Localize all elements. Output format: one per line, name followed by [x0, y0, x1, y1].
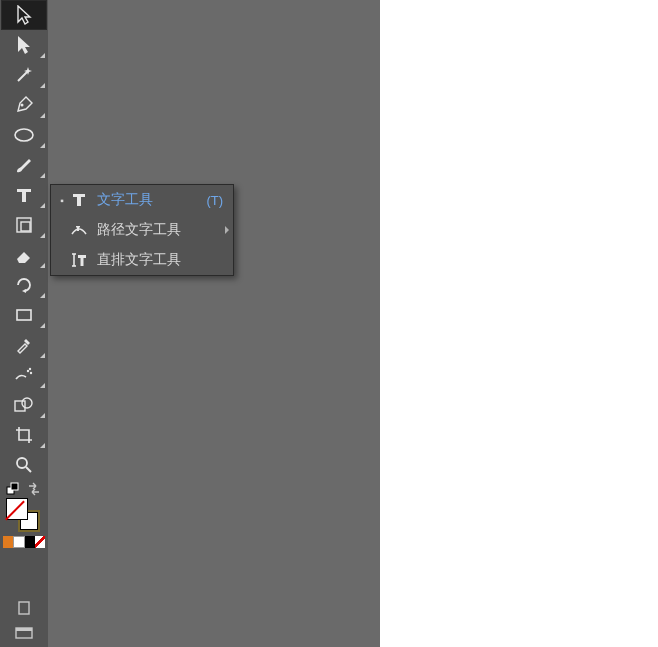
rectangle-tool[interactable] [1, 300, 47, 330]
outside-area [380, 0, 658, 647]
crop-icon [14, 425, 34, 445]
flyout-indicator-icon [40, 353, 45, 358]
ellipse-icon [13, 125, 35, 145]
flyout-item-label: 路径文字工具 [91, 221, 227, 239]
svg-point-10 [17, 458, 27, 468]
paintbrush-icon [14, 155, 34, 175]
flyout-item-vertical-type[interactable]: 直排文字工具 [51, 245, 233, 275]
type-icon [67, 192, 91, 208]
eraser-icon [14, 245, 34, 265]
svg-point-1 [15, 129, 33, 141]
flyout-indicator-icon [40, 83, 45, 88]
svg-rect-15 [16, 628, 32, 631]
direct-selection-icon [15, 35, 33, 55]
svg-rect-3 [21, 222, 30, 231]
eyedropper-icon [14, 335, 34, 355]
magic-wand-tool[interactable] [1, 60, 47, 90]
document-icon [16, 600, 32, 616]
screen-mode-icon [15, 627, 33, 641]
document-button[interactable] [1, 595, 47, 621]
rotate-icon [14, 275, 34, 295]
pen-tool[interactable] [1, 90, 47, 120]
flyout-indicator-icon [40, 173, 45, 178]
crop-tool[interactable] [1, 420, 47, 450]
canvas[interactable] [48, 0, 380, 647]
fill-stroke-swatches[interactable] [4, 498, 44, 532]
flyout-indicator-icon [40, 443, 45, 448]
flyout-item-label: 文字工具 [91, 191, 206, 209]
zoom-tool[interactable] [1, 450, 47, 480]
toolbar [0, 0, 48, 647]
shape-builder-tool[interactable] [1, 390, 47, 420]
artboard-icon [14, 215, 34, 235]
fill-swatch[interactable] [6, 498, 28, 520]
submenu-arrow-icon [225, 226, 229, 234]
type-tool-flyout: ▪ 文字工具 (T) 路径文字工具 [50, 184, 234, 276]
current-marker-icon: ▪ [57, 195, 67, 206]
screen-mode-button[interactable] [1, 621, 47, 647]
type-on-path-icon [67, 222, 91, 238]
flyout-indicator-icon [40, 203, 45, 208]
paintbrush-tool[interactable] [1, 150, 47, 180]
svg-point-0 [21, 104, 24, 107]
flyout-item-type[interactable]: ▪ 文字工具 (T) [51, 185, 233, 215]
type-tool[interactable] [1, 180, 47, 210]
flyout-indicator-icon [40, 233, 45, 238]
app-area: ▪ 文字工具 (T) 路径文字工具 [0, 0, 380, 647]
fill-stroke-controls [1, 482, 47, 496]
magic-wand-icon [14, 65, 34, 85]
color-mode-black[interactable] [25, 536, 35, 548]
svg-point-7 [29, 368, 31, 370]
color-mode-gradient[interactable] [13, 536, 25, 548]
default-fill-stroke-icon[interactable] [6, 482, 20, 496]
swap-fill-stroke-icon[interactable] [26, 482, 42, 496]
flyout-item-shortcut: (T) [206, 193, 227, 208]
flyout-indicator-icon [40, 113, 45, 118]
svg-point-9 [22, 398, 32, 408]
eyedropper-tool[interactable] [1, 330, 47, 360]
eraser-tool[interactable] [1, 240, 47, 270]
flyout-indicator-icon [40, 263, 45, 268]
svg-rect-12 [11, 483, 18, 490]
selection-tool[interactable] [1, 0, 47, 30]
color-mode-none[interactable] [35, 536, 45, 548]
symbol-sprayer-icon [13, 365, 35, 385]
flyout-indicator-icon [40, 293, 45, 298]
rectangle-icon [14, 305, 34, 325]
direct-selection-tool[interactable] [1, 30, 47, 60]
shape-builder-icon [13, 395, 35, 415]
artboard-tool[interactable] [1, 210, 47, 240]
svg-point-6 [30, 372, 32, 374]
svg-rect-2 [17, 218, 31, 232]
svg-rect-13 [19, 602, 29, 614]
ellipse-tool[interactable] [1, 120, 47, 150]
flyout-indicator-icon [40, 383, 45, 388]
flyout-item-label: 直排文字工具 [91, 251, 227, 269]
flyout-indicator-icon [40, 143, 45, 148]
rotate-tool[interactable] [1, 270, 47, 300]
flyout-indicator-icon [40, 413, 45, 418]
type-icon [14, 185, 34, 205]
color-mode-solid[interactable] [3, 536, 13, 548]
selection-icon [15, 5, 33, 25]
flyout-indicator-icon [40, 323, 45, 328]
svg-rect-4 [17, 310, 31, 320]
vertical-type-icon [67, 252, 91, 268]
color-mode-strip[interactable] [3, 536, 45, 548]
symbol-sprayer-tool[interactable] [1, 360, 47, 390]
svg-point-5 [27, 370, 29, 372]
zoom-icon [14, 455, 34, 475]
flyout-indicator-icon [40, 53, 45, 58]
flyout-item-type-on-path[interactable]: 路径文字工具 [51, 215, 233, 245]
pen-icon [14, 95, 34, 115]
